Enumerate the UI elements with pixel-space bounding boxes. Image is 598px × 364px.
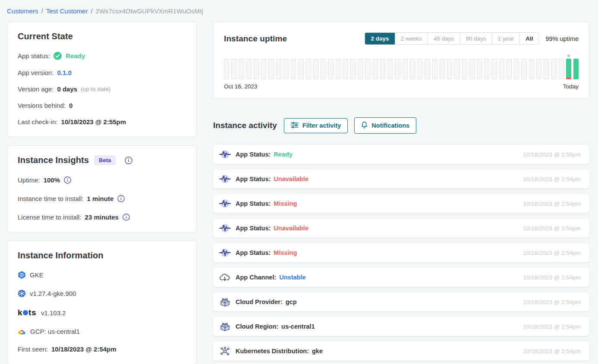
activity-row[interactable]: Kubernetes Distribution: gke 10/18/2023 … [213, 342, 589, 361]
breadcrumb-customer-link[interactable]: Test Customer [46, 7, 88, 15]
uptime-bar[interactable] [491, 59, 497, 79]
left-sidebar-column: Current State App status: Ready App vers… [7, 22, 197, 364]
uptime-bar[interactable] [306, 59, 311, 79]
last-checkin-value: 10/18/2023 @ 2:55pm [61, 118, 126, 126]
uptime-bar[interactable] [231, 59, 236, 79]
uptime-bar[interactable] [328, 59, 333, 79]
box-icon [219, 322, 231, 331]
activity-value: Missing [274, 249, 297, 256]
range-button-45-days[interactable]: 45 days [428, 33, 460, 44]
activity-row[interactable]: App Status: Ready 10/18/2023 @ 2:55pm [213, 145, 589, 164]
uptime-bar[interactable] [417, 59, 422, 79]
uptime-bar[interactable] [373, 59, 378, 79]
activity-label: App Status: [236, 225, 271, 232]
uptime-bar[interactable] [261, 59, 266, 79]
range-button-2-days[interactable]: 2 days [365, 33, 394, 44]
uptime-bar[interactable] [291, 59, 296, 79]
range-button-1-year[interactable]: 1 year [492, 33, 520, 44]
uptime-bar[interactable] [432, 59, 437, 79]
uptime-bar[interactable] [283, 59, 289, 79]
activity-row[interactable]: Cloud Region: us-central1 10/18/2023 @ 2… [213, 317, 589, 336]
uptime-bar[interactable] [380, 59, 385, 79]
uptime-range-group: 2 days 2 weeks 45 days 90 days 1 year Al… [365, 32, 539, 45]
uptime-bar[interactable] [387, 59, 393, 79]
uptime-bar[interactable] [403, 59, 408, 79]
uptime-bar[interactable] [536, 59, 541, 79]
app-version-link[interactable]: 0.1.0 [57, 69, 71, 76]
activity-row[interactable]: App Status: Missing 10/18/2023 @ 2:54pm [213, 194, 589, 213]
uptime-bar[interactable] [268, 59, 274, 79]
activity-label: App Channel: [236, 274, 276, 281]
info-icon[interactable] [117, 195, 125, 202]
uptime-bar[interactable] [454, 59, 460, 79]
beta-badge: Beta [94, 155, 116, 165]
current-state-title: Current State [18, 31, 186, 41]
activity-value: Unavailable [274, 225, 308, 232]
activity-row[interactable]: Cloud Provider: gcp 10/18/2023 @ 2:54pm [213, 292, 589, 311]
range-button-2-weeks[interactable]: 2 weeks [395, 33, 428, 44]
uptime-bar[interactable] [410, 59, 415, 79]
uptime-bar[interactable] [313, 59, 318, 79]
uptime-bar[interactable] [358, 59, 363, 79]
uptime-bar[interactable] [276, 59, 281, 79]
breadcrumb: Customers/Test Customer/2Wx7csx4OtwGUPkV… [0, 0, 598, 15]
uptime-bar[interactable] [321, 59, 326, 79]
activity-timestamp: 10/18/2023 @ 2:54pm [523, 225, 581, 232]
uptime-bar[interactable] [551, 59, 556, 79]
uptime-bar[interactable] [440, 59, 445, 79]
axis-end-label: Today [563, 83, 579, 90]
uptime-bar[interactable] [425, 59, 430, 79]
activity-label: App Status: [236, 249, 271, 256]
uptime-insight-row: Uptime: 100% [18, 176, 186, 184]
breadcrumb-instance-id: 2Wx7csx4OtwGUPkVXmR1WuOsMIj [96, 7, 203, 15]
activity-label: Kubernetes Distribution: [236, 348, 309, 355]
uptime-bar[interactable] [507, 59, 512, 79]
instance-insights-card: Instance Insights Beta Uptime: 100% Inst… [7, 145, 197, 232]
uptime-bar[interactable] [395, 59, 400, 79]
uptime-bar[interactable] [224, 59, 229, 79]
activity-row[interactable]: App Status: Unavailable 10/18/2023 @ 2:5… [213, 219, 589, 238]
instance-tti-value: 1 minute [87, 195, 114, 202]
activity-row[interactable]: App Status: Missing 10/18/2023 @ 2:54pm [213, 243, 589, 262]
kubernetes-icon [18, 289, 26, 298]
range-button-90-days[interactable]: 90 days [460, 33, 491, 44]
gcp-icon [18, 328, 26, 335]
info-icon[interactable] [125, 157, 132, 164]
uptime-bar[interactable] [336, 59, 341, 79]
uptime-bar[interactable] [246, 59, 252, 79]
uptime-bar[interactable] [521, 59, 526, 79]
uptime-bar[interactable] [447, 59, 452, 79]
activity-row[interactable]: App Channel: Unstable 10/18/2023 @ 2:54p… [213, 268, 589, 287]
notifications-button[interactable]: Notifications [354, 117, 416, 134]
uptime-bar[interactable] [544, 59, 549, 79]
uptime-bar[interactable] [529, 59, 534, 79]
filter-activity-label: Filter activity [302, 122, 341, 129]
breadcrumb-customers-link[interactable]: Customers [7, 7, 38, 15]
uptime-bar[interactable] [350, 59, 356, 79]
uptime-bar[interactable] [469, 59, 475, 79]
uptime-bar[interactable] [477, 59, 482, 79]
uptime-bar[interactable] [298, 59, 303, 79]
uptime-bar[interactable] [484, 59, 489, 79]
info-icon[interactable] [64, 176, 71, 184]
uptime-summary: 99% uptime [545, 35, 579, 42]
cloud-region-value: GCP: us-central1 [30, 328, 80, 335]
uptime-bar[interactable] [566, 59, 571, 79]
filter-activity-button[interactable]: Filter activity [284, 118, 348, 133]
uptime-bar[interactable] [499, 59, 504, 79]
versions-behind-label: Versions behind: [18, 102, 66, 109]
range-button-all[interactable]: All [519, 33, 538, 44]
uptime-bar[interactable] [254, 59, 259, 79]
uptime-bar[interactable] [514, 59, 519, 79]
uptime-bar[interactable] [365, 59, 370, 79]
uptime-bar[interactable] [573, 59, 579, 79]
uptime-bar[interactable] [559, 59, 564, 79]
uptime-insight-value: 100% [44, 176, 60, 184]
info-icon[interactable] [123, 213, 130, 221]
uptime-bar[interactable] [462, 59, 467, 79]
check-circle-icon [54, 52, 62, 60]
activity-row[interactable]: App Status: Unavailable 10/18/2023 @ 2:5… [213, 169, 589, 188]
uptime-bar[interactable] [239, 59, 244, 79]
uptime-bar[interactable] [343, 59, 348, 79]
instance-information-card: Instance Information GKE v1.27.4-gke.900… [7, 241, 197, 364]
